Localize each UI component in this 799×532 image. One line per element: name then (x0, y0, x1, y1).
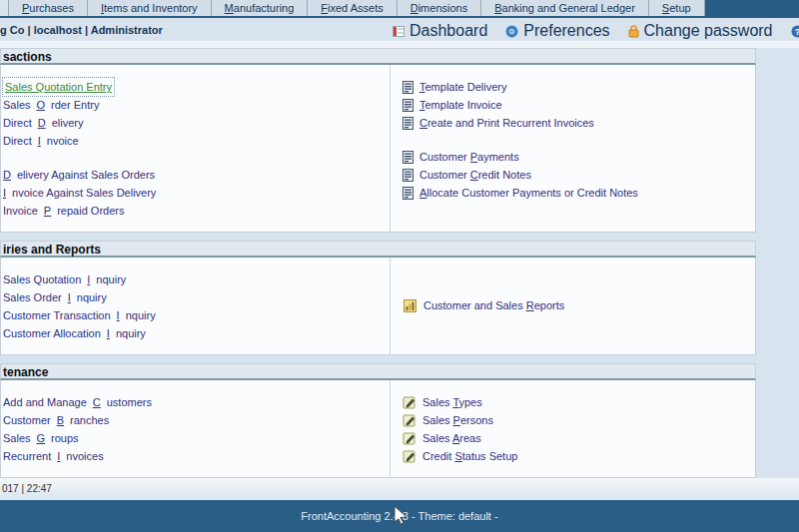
change-password-label: Change password (644, 22, 773, 40)
edit-icon (402, 449, 416, 463)
link-group: Sales Quotation Entry Sales Order Entry … (3, 78, 390, 150)
link-sales-quotation-inquiry[interactable]: Sales Quotation Inquiry (3, 270, 390, 288)
tabbar-filler (705, 0, 799, 16)
link-customer-allocation-inquiry[interactable]: Customer Allocation Inquiry (3, 324, 390, 342)
document-icon (402, 99, 413, 112)
status-bar: 017 | 22:47 (0, 478, 799, 500)
link-delivery-against-sales-orders[interactable]: Delivery Against Sales Orders (3, 166, 390, 184)
dashboard-button[interactable]: Dashboard (393, 22, 487, 40)
report-icon (402, 298, 417, 313)
link-customer-payments[interactable]: Customer Payments (402, 148, 755, 166)
link-group: Customer Payments Customer Credit Notes … (402, 148, 755, 202)
transactions-left-column: Sales Quotation Entry Sales Order Entry … (1, 65, 391, 232)
link-create-and-print-recurrent-invoices[interactable]: Create and Print Recurrent Invoices (402, 114, 755, 132)
transactions-right-column: Template Delivery Template Invoice Creat… (391, 65, 755, 232)
dashboard-label: Dashboard (409, 22, 487, 40)
link-customer-and-sales-reports[interactable]: Customer and Sales Reports (402, 296, 755, 314)
link-label: Allocate Customer Payments or Credit Not… (419, 187, 638, 199)
help-icon: ? (791, 25, 799, 38)
link-group: Sales Quotation Inquiry Sales Order Inqu… (3, 270, 390, 342)
tab-fixed-assets[interactable]: Fixed Assets (308, 0, 397, 16)
edit-icon (402, 395, 416, 409)
link-direct-invoice[interactable]: Direct Invoice (3, 132, 390, 150)
link-sales-groups[interactable]: Sales Groups (3, 429, 390, 447)
link-group: Template Delivery Template Invoice Creat… (402, 78, 755, 132)
link-recurrent-invoices[interactable]: Recurrent Invoices (3, 447, 390, 465)
lock-icon (628, 25, 639, 38)
link-customer-transaction-inquiry[interactable]: Customer Transaction Inquiry (3, 306, 390, 324)
tab-purchases[interactable]: Purchases (9, 0, 88, 16)
document-icon (402, 169, 413, 182)
edit-icon (402, 413, 416, 427)
link-label: Create and Print Recurrent Invoices (419, 117, 594, 129)
link-sales-persons[interactable]: Sales Persons (402, 411, 755, 429)
link-sales-order-entry[interactable]: Sales Order Entry (3, 96, 390, 114)
link-label: Customer and Sales Reports (423, 299, 564, 311)
main-content: sactions Sales Quotation Entry Sales Ord… (0, 48, 756, 478)
link-label: Credit Status Setup (422, 450, 517, 462)
link-group: Delivery Against Sales Orders Invoice Ag… (3, 166, 390, 220)
user-bar-menu: Dashboard Preferences Change password ? … (393, 22, 799, 40)
svg-text:?: ? (794, 26, 799, 36)
tab-sales-partial[interactable] (0, 0, 9, 16)
link-invoice-against-sales-delivery[interactable]: Invoice Against Sales Delivery (3, 184, 390, 202)
maintenance-right-column: Sales Types Sales Persons Sales Areas Cr… (391, 380, 755, 477)
link-label: Sales Persons (422, 414, 493, 426)
mouse-cursor (392, 503, 408, 525)
link-sales-order-inquiry[interactable]: Sales Order Inquiry (3, 288, 390, 306)
inquiries-left-column: Sales Quotation Inquiry Sales Order Inqu… (1, 258, 391, 354)
tab-manufacturing[interactable]: Manufacturing (212, 0, 309, 16)
link-direct-delivery[interactable]: Direct Delivery (3, 114, 390, 132)
preferences-button[interactable]: Preferences (505, 22, 609, 40)
link-label: Customer Credit Notes (419, 169, 531, 181)
tab-banking-and-general-ledger[interactable]: Banking and General Ledger (481, 0, 649, 16)
inquiries-right-column: Customer and Sales Reports (391, 258, 755, 354)
maintenance-panel: Add and Manage Customers Customer Branch… (0, 380, 756, 478)
section-title-transactions: sactions (0, 48, 756, 65)
link-credit-status-setup[interactable]: Credit Status Setup (402, 447, 755, 465)
link-customer-credit-notes[interactable]: Customer Credit Notes (402, 166, 755, 184)
link-template-delivery[interactable]: Template Delivery (402, 78, 755, 96)
link-label: Sales Areas (422, 432, 481, 444)
link-invoice-prepaid-orders[interactable]: Invoice Prepaid Orders (3, 202, 390, 220)
dashboard-icon (393, 26, 404, 37)
link-sales-quotation-entry[interactable]: Sales Quotation Entry (3, 78, 114, 96)
spacer (0, 233, 756, 241)
document-icon (402, 187, 413, 200)
link-sales-types[interactable]: Sales Types (402, 393, 755, 411)
maintenance-left-column: Add and Manage Customers Customer Branch… (1, 380, 391, 477)
module-tabbar: Purchases Items and Inventory Manufactur… (0, 0, 799, 18)
company-user-context: g Co | localhost | Administrator (0, 24, 163, 36)
datetime-text: 017 | 22:47 (2, 483, 52, 494)
document-icon (402, 117, 413, 130)
link-label: Template Delivery (419, 81, 506, 93)
tab-setup[interactable]: Setup (649, 0, 705, 16)
help-button[interactable]: ? Help (791, 22, 799, 40)
section-title-maintenance: tenance (0, 363, 756, 380)
document-icon (402, 81, 413, 94)
section-title-inquiries-and-reports: iries and Reports (0, 241, 756, 258)
tab-dimensions[interactable]: Dimensions (398, 0, 481, 16)
link-group: Sales Types Sales Persons Sales Areas Cr… (402, 393, 755, 465)
inquiries-panel: Sales Quotation Inquiry Sales Order Inqu… (0, 258, 756, 355)
link-group: Customer and Sales Reports (402, 296, 755, 314)
edit-icon (402, 431, 416, 445)
change-password-button[interactable]: Change password (628, 22, 773, 40)
link-customer-branches[interactable]: Customer Branches (3, 411, 390, 429)
link-sales-areas[interactable]: Sales Areas (402, 429, 755, 447)
link-template-invoice[interactable]: Template Invoice (402, 96, 755, 114)
link-label: Customer Payments (419, 151, 519, 163)
preferences-icon (505, 25, 518, 38)
link-allocate-customer-payments-or-credit-notes[interactable]: Allocate Customer Payments or Credit Not… (402, 184, 755, 202)
link-group: Add and Manage Customers Customer Branch… (3, 393, 390, 465)
transactions-panel: Sales Quotation Entry Sales Order Entry … (0, 65, 756, 233)
link-add-and-manage-customers[interactable]: Add and Manage Customers (3, 393, 390, 411)
preferences-label: Preferences (523, 22, 609, 40)
tab-items-and-inventory[interactable]: Items and Inventory (88, 0, 212, 16)
spacer (0, 355, 756, 363)
link-label: Template Invoice (419, 99, 502, 111)
link-label: Sales Types (422, 396, 482, 408)
document-icon (402, 151, 413, 164)
